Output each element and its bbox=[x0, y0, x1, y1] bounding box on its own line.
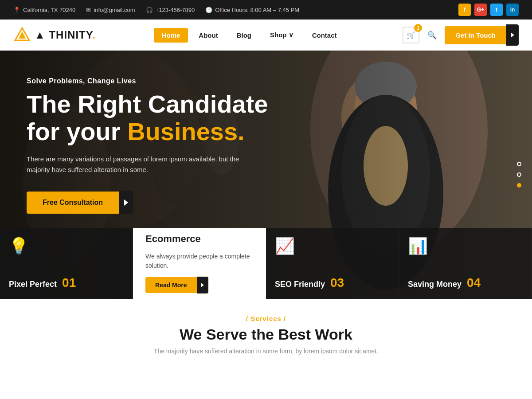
nav-right: 🛒 2 🔍 Get In Touch bbox=[403, 24, 519, 46]
location-text: California, TX 70240 bbox=[23, 7, 75, 13]
read-more-arrow bbox=[201, 283, 204, 287]
slider-dot-3[interactable] bbox=[517, 183, 521, 188]
social-links: f G+ t in bbox=[458, 4, 519, 16]
free-consultation-button[interactable]: Free Consultation bbox=[27, 192, 119, 214]
feature-card-saving-money[interactable]: 📊 Saving Money 04 bbox=[399, 228, 532, 299]
hero-tagline: Solve Problems, Change Lives bbox=[27, 77, 310, 85]
feature-card-ecommerce[interactable]: Ecommerce We always provide people a com… bbox=[133, 228, 266, 299]
hero-title-line1: The Right Candidate bbox=[27, 90, 268, 118]
services-title: We Serve the Best Work bbox=[13, 326, 519, 343]
cart-badge: 2 bbox=[414, 24, 422, 32]
get-in-touch-button[interactable]: Get In Touch bbox=[445, 26, 506, 44]
logo-icon bbox=[13, 26, 31, 44]
pixel-perfect-label: Pixel Perfect bbox=[9, 280, 57, 289]
nav-blog[interactable]: Blog bbox=[229, 28, 259, 43]
get-in-touch-tail bbox=[506, 24, 519, 46]
email-icon: ✉ bbox=[86, 7, 91, 13]
logo-text: ▲ THINITY. bbox=[35, 29, 96, 41]
feature-card-pixel-perfect[interactable]: 💡 Pixel Perfect 01 bbox=[0, 228, 133, 299]
google-plus-button[interactable]: G+ bbox=[474, 4, 487, 16]
hero-title: The Right Candidate for your Business. bbox=[27, 90, 310, 145]
facebook-button[interactable]: f bbox=[458, 4, 471, 16]
top-bar: 📍 California, TX 70240 ✉ info@gmail.com … bbox=[0, 0, 532, 20]
phone-info: 🎧 +123-456-7890 bbox=[146, 7, 195, 13]
slider-dot-1[interactable] bbox=[517, 162, 521, 166]
ecommerce-description: We always provide people a complete solu… bbox=[145, 252, 253, 270]
read-more-button[interactable]: Read More bbox=[145, 277, 197, 293]
services-section: / Services / We Serve the Best Work The … bbox=[0, 299, 532, 364]
slider-dots bbox=[517, 162, 521, 188]
phone-text: +123-456-7890 bbox=[156, 7, 195, 13]
office-hours-text: Office Hours: 8:00 AM – 7:45 PM bbox=[215, 7, 299, 13]
email-text: info@gmail.com bbox=[94, 7, 135, 13]
cart-button[interactable]: 🛒 2 bbox=[403, 27, 419, 43]
free-consultation-button-wrapper: Free Consultation bbox=[27, 191, 133, 214]
top-bar-info: 📍 California, TX 70240 ✉ info@gmail.com … bbox=[13, 7, 299, 13]
nav-shop[interactable]: Shop ∨ bbox=[262, 27, 301, 43]
navbar: ▲ THINITY. Home About Blog Shop ∨ Contac… bbox=[0, 20, 532, 51]
services-subtitle: The majority have suffered alteration in… bbox=[13, 348, 519, 355]
hero-content: Solve Problems, Change Lives The Right C… bbox=[27, 77, 310, 214]
logo[interactable]: ▲ THINITY. bbox=[13, 26, 96, 44]
chart-up-icon: 📈 bbox=[275, 237, 295, 255]
hero-title-highlight: Business. bbox=[127, 117, 245, 145]
pixel-perfect-number: 01 bbox=[62, 276, 76, 290]
slider-dot-2[interactable] bbox=[517, 172, 521, 177]
read-more-wrapper: Read More bbox=[145, 277, 208, 293]
search-button[interactable]: 🔍 bbox=[426, 29, 438, 42]
location-icon: 📍 bbox=[13, 7, 20, 13]
feature-cards: 💡 Pixel Perfect 01 Ecommerce We always p… bbox=[0, 228, 532, 299]
nav-about[interactable]: About bbox=[191, 28, 226, 43]
read-more-tail bbox=[197, 277, 208, 293]
bar-chart-icon: 📊 bbox=[408, 237, 428, 255]
clock-icon: 🕐 bbox=[205, 7, 212, 13]
hero-title-line2-normal: for your bbox=[27, 117, 127, 145]
hero-description: There are many variations of passages of… bbox=[27, 154, 257, 175]
nav-links: Home About Blog Shop ∨ Contact bbox=[154, 27, 345, 43]
seo-label: SEO Friendly bbox=[275, 280, 325, 289]
linkedin-button[interactable]: in bbox=[506, 4, 519, 16]
office-hours-info: 🕐 Office Hours: 8:00 AM – 7:45 PM bbox=[205, 7, 299, 13]
bulb-icon: 💡 bbox=[9, 237, 29, 255]
services-label: / Services / bbox=[13, 315, 519, 322]
saving-money-number: 04 bbox=[467, 276, 481, 290]
saving-money-label: Saving Money bbox=[408, 280, 462, 289]
nav-contact[interactable]: Contact bbox=[304, 28, 345, 43]
get-in-touch-wrapper: Get In Touch bbox=[445, 24, 519, 46]
phone-icon: 🎧 bbox=[146, 7, 153, 13]
twitter-button[interactable]: t bbox=[490, 4, 503, 16]
feature-card-4-label-row: Saving Money 04 bbox=[408, 276, 481, 290]
feature-card-seo[interactable]: 📈 SEO Friendly 03 bbox=[266, 228, 399, 299]
cta-tail bbox=[119, 191, 133, 214]
ecommerce-title: Ecommerce bbox=[145, 233, 201, 245]
location-info: 📍 California, TX 70240 bbox=[13, 7, 75, 13]
seo-number: 03 bbox=[330, 276, 344, 290]
email-info: ✉ info@gmail.com bbox=[86, 7, 135, 13]
hero-section: Solve Problems, Change Lives The Right C… bbox=[0, 51, 532, 299]
feature-card-3-label-row: SEO Friendly 03 bbox=[275, 276, 344, 290]
nav-home[interactable]: Home bbox=[154, 28, 188, 43]
feature-card-1-label-row: Pixel Perfect 01 bbox=[9, 276, 76, 290]
